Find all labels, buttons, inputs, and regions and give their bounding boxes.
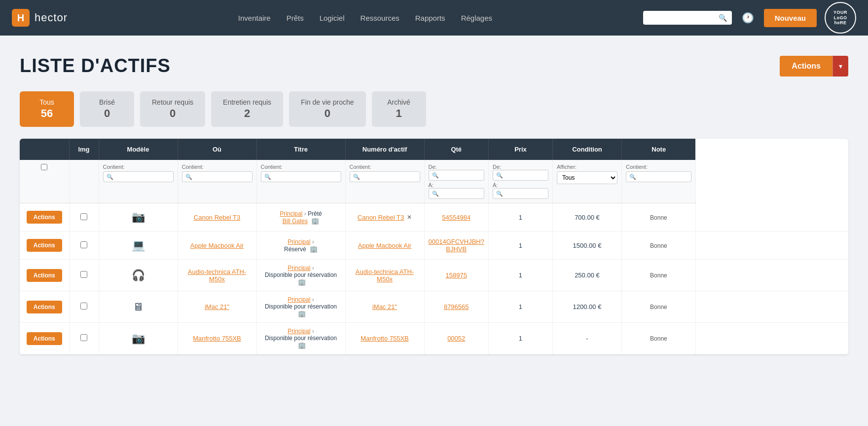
tab-fin-de-vie[interactable]: Fin de vie proche 0 (289, 91, 365, 127)
ou-principal-link[interactable]: Principal (288, 238, 310, 245)
history-button[interactable]: 🕐 (740, 10, 756, 26)
filter-prix-de-input[interactable] (505, 172, 545, 179)
titre-link[interactable]: Manfrotto 755XB (361, 335, 409, 342)
actions-main-button[interactable]: Actions (780, 56, 832, 77)
actions-row-button[interactable]: Actions (27, 239, 62, 252)
filter-ou-input[interactable] (194, 173, 249, 180)
condition-badge: Bonne (650, 214, 667, 221)
nav-rapports[interactable]: Rapports (415, 14, 445, 22)
select-all-checkbox[interactable] (41, 164, 47, 170)
filter-numero-cell: Contient: 🔍 (345, 160, 424, 203)
tab-archive[interactable]: Archivé 1 (372, 91, 426, 127)
row-checkbox-0[interactable] (80, 213, 87, 220)
condition-cell: Bonne (621, 232, 695, 260)
filter-numero-label: Contient: (350, 164, 420, 170)
titre-cell: Manfrotto 755XB (345, 323, 424, 354)
filter-qte-a-input[interactable] (441, 190, 481, 197)
prix-cell: - (552, 323, 621, 354)
modele-link[interactable]: Apple Macbook Air (190, 242, 244, 249)
ou-principal-link[interactable]: Principal (280, 210, 302, 217)
titre-cell: iMac 21" (345, 291, 424, 323)
filter-note-cell: Contient: 🔍 (621, 160, 695, 203)
numero-link[interactable]: 54554984 (442, 214, 470, 221)
brand: H hector (12, 9, 68, 27)
filter-numero-wrap: 🔍 (350, 171, 420, 182)
filter-qte-de-label: De: (429, 164, 484, 170)
titre-link[interactable]: Canon Rebel T3 (358, 214, 404, 221)
filter-tabs: Tous 56 Brisé 0 Retour requis 0 Entretie… (20, 91, 848, 127)
numero-link[interactable]: 158975 (446, 271, 467, 279)
tab-entretien-requis[interactable]: Entretien requis 2 (211, 91, 283, 127)
modele-link[interactable]: Audio-technica ATH-M50x (188, 268, 246, 283)
ou-person-link[interactable]: Bill Gates (283, 218, 308, 225)
titre-wrap: Canon Rebel T3✕ (350, 214, 420, 221)
actions-row-button[interactable]: Actions (27, 269, 62, 282)
checkbox-cell (69, 323, 99, 354)
nav-reglages[interactable]: Réglages (461, 14, 492, 22)
row-checkbox-2[interactable] (80, 271, 87, 278)
numero-cell: 00052 (424, 323, 488, 354)
nav-prets[interactable]: Prêts (287, 14, 304, 22)
actions-row-button[interactable]: Actions (27, 301, 62, 313)
titre-link[interactable]: Audio-technica ATH-M50x (350, 268, 420, 283)
nav-ressources[interactable]: Ressources (361, 14, 399, 22)
filter-titre-input[interactable] (273, 173, 338, 180)
ou-principal-link[interactable]: Principal (288, 296, 310, 303)
search-bar: 🔍 (643, 11, 732, 25)
prix-cell: 250.00 € (552, 260, 621, 291)
col-ou: Où (178, 139, 256, 160)
search-input[interactable] (648, 14, 719, 22)
condition-cell: Bonne (621, 260, 695, 291)
nav-inventaire[interactable]: Inventaire (238, 14, 271, 22)
ou-principal-link[interactable]: Principal (288, 265, 310, 271)
numero-link[interactable]: 8796565 (444, 303, 469, 310)
chevron-down-icon: ▾ (839, 62, 842, 70)
actions-row-button[interactable]: Actions (27, 211, 62, 224)
condition-cell: Bonne (621, 323, 695, 354)
table-scroll[interactable]: Img Modèle Où Titre Numéro d'actif Qté P… (20, 139, 848, 354)
filter-prix-de-label: De: (493, 164, 548, 170)
filter-qte-de-input[interactable] (441, 172, 481, 179)
numero-link[interactable]: 00014GFCVHJBH? BJHVB (429, 238, 484, 253)
modele-cell: Apple Macbook Air (178, 232, 256, 260)
checkbox-cell (69, 232, 99, 260)
nouveau-button[interactable]: Nouveau (764, 9, 817, 27)
col-actions (20, 139, 69, 160)
tab-tous[interactable]: Tous 56 (20, 91, 74, 127)
table-row: Actions🎧Audio-technica ATH-M50xPrincipal… (20, 260, 848, 291)
numero-link[interactable]: 00052 (447, 335, 465, 342)
filter-prix-de-icon: 🔍 (496, 172, 503, 179)
search-icon: 🔍 (719, 14, 727, 22)
modele-link[interactable]: iMac 21" (205, 303, 229, 310)
titre-link[interactable]: iMac 21" (372, 303, 397, 310)
titre-cell: Apple Macbook Air (345, 232, 424, 260)
filter-modele-input[interactable] (115, 173, 170, 180)
row-checkbox-4[interactable] (80, 334, 87, 341)
nav-logiciel[interactable]: Logiciel (320, 14, 345, 22)
ou-principal-link[interactable]: Principal (288, 328, 310, 335)
filter-prix-a-input[interactable] (505, 190, 545, 197)
ou-cell: Principal ›Disponible pour réservation 🏢 (256, 291, 345, 323)
row-checkbox-1[interactable] (80, 241, 87, 248)
filter-prix-a-icon: 🔍 (496, 191, 503, 197)
actions-dropdown-button[interactable]: ▾ (832, 56, 848, 77)
row-checkbox-3[interactable] (80, 303, 87, 310)
modele-link[interactable]: Manfrotto 755XB (193, 335, 241, 342)
actions-row-button[interactable]: Actions (27, 332, 62, 345)
filter-note-input[interactable] (638, 173, 688, 180)
titre-link[interactable]: Apple Macbook Air (358, 242, 411, 249)
tab-archive-label: Archivé (387, 98, 410, 106)
building-icon: 🏢 (298, 310, 306, 317)
prix-cell: 1200.00 € (552, 291, 621, 323)
filter-condition-select[interactable]: Tous Bonne Mauvaise (557, 171, 617, 184)
note-cell (695, 203, 848, 232)
tab-brise[interactable]: Brisé 0 (80, 91, 134, 127)
tab-retour-requis[interactable]: Retour requis 0 (140, 91, 205, 127)
tab-archive-count: 1 (396, 107, 401, 120)
actions-cell: Actions (20, 232, 69, 260)
modele-link[interactable]: Canon Rebel T3 (194, 214, 240, 221)
close-icon[interactable]: ✕ (407, 214, 412, 221)
filter-numero-input[interactable] (362, 173, 417, 180)
filter-modele-search-icon: 🔍 (107, 174, 113, 180)
brand-icon: H (12, 9, 30, 27)
